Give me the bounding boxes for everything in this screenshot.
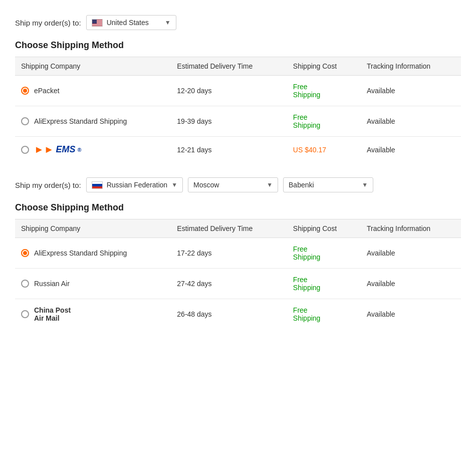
radio-button[interactable] — [21, 310, 29, 318]
chevron-down-icon: ▼ — [165, 19, 171, 26]
tracking-cell: Available — [361, 106, 461, 137]
radio-button[interactable] — [21, 249, 29, 257]
free-shipping-label: FreeShipping — [293, 306, 321, 322]
country-dropdown-1[interactable]: United States ▼ — [86, 15, 176, 30]
col-header-delivery-2: Estimated Delivery Time — [171, 219, 287, 238]
delivery-cell: 27-42 days — [171, 269, 287, 299]
shipping-table-2: Shipping Company Estimated Delivery Time… — [15, 219, 461, 329]
table-row: ►► EMS® 12-21 days US $40.17 Available — [15, 137, 461, 163]
col-header-delivery-1: Estimated Delivery Time — [171, 57, 287, 76]
delivery-cell: 12-20 days — [171, 76, 287, 106]
table-row: AliExpress Standard Shipping 19-39 days … — [15, 106, 461, 137]
company-cell: China Post Air Mail — [15, 299, 171, 330]
cost-cell: FreeShipping — [287, 106, 361, 137]
ship-to-section-2: Ship my order(s) to: Russian Federation … — [15, 177, 461, 329]
ship-to-row-1: Ship my order(s) to: United States ▼ — [15, 15, 461, 30]
cost-cell: FreeShipping — [287, 238, 361, 269]
price-label: US $40.17 — [293, 146, 326, 154]
section-title-2: Choose Shipping Method — [15, 202, 461, 213]
company-name: ePacket — [34, 87, 60, 95]
company-name: China Post Air Mail — [34, 306, 71, 322]
ship-to-row-2: Ship my order(s) to: Russian Federation … — [15, 177, 461, 192]
company-cell: AliExpress Standard Shipping — [15, 106, 171, 137]
cost-cell: US $40.17 — [287, 137, 361, 163]
free-shipping-label: FreeShipping — [293, 113, 321, 129]
district-dropdown[interactable]: Babenki ▼ — [283, 177, 373, 192]
radio-button[interactable] — [21, 87, 29, 95]
chevron-down-icon: ▼ — [362, 181, 368, 188]
us-flag-icon — [92, 19, 103, 27]
table-row: China Post Air Mail 26-48 days FreeShipp… — [15, 299, 461, 330]
tracking-cell: Available — [361, 238, 461, 269]
company-cell: AliExpress Standard Shipping — [15, 238, 171, 269]
company-cell: ePacket — [15, 76, 171, 106]
free-shipping-label: FreeShipping — [293, 83, 321, 99]
ems-logo: ►► EMS® — [34, 144, 82, 155]
tracking-cell: Available — [361, 137, 461, 163]
table-row: ePacket 12-20 days FreeShipping Availabl… — [15, 76, 461, 106]
tracking-cell: Available — [361, 299, 461, 330]
radio-button[interactable] — [21, 146, 29, 154]
free-shipping-label: FreeShipping — [293, 276, 321, 292]
chevron-down-icon: ▼ — [171, 181, 177, 188]
ru-flag-icon — [92, 181, 103, 189]
company-name: AliExpress Standard Shipping — [34, 249, 127, 257]
chevron-down-icon: ▼ — [267, 181, 273, 188]
city-dropdown[interactable]: Moscow ▼ — [188, 177, 278, 192]
col-header-company-2: Shipping Company — [15, 219, 171, 238]
ems-text: EMS — [56, 144, 76, 155]
ship-to-label-2: Ship my order(s) to: — [15, 181, 81, 189]
company-cell: ►► EMS® — [15, 137, 171, 163]
cost-cell: FreeShipping — [287, 299, 361, 330]
table-row: AliExpress Standard Shipping 17-22 days … — [15, 238, 461, 269]
delivery-cell: 12-21 days — [171, 137, 287, 163]
tracking-cell: Available — [361, 269, 461, 299]
radio-button[interactable] — [21, 117, 29, 125]
country-name-2: Russian Federation — [107, 181, 167, 189]
table-row: Russian Air 27-42 days FreeShipping Avai… — [15, 269, 461, 299]
company-name: AliExpress Standard Shipping — [34, 117, 127, 125]
ship-to-section-1: Ship my order(s) to: United States ▼ Cho… — [15, 15, 461, 162]
ems-arrow-icon: ►► — [34, 144, 54, 155]
country-name-1: United States — [107, 19, 149, 27]
tracking-cell: Available — [361, 76, 461, 106]
delivery-cell: 26-48 days — [171, 299, 287, 330]
delivery-cell: 19-39 days — [171, 106, 287, 137]
col-header-company-1: Shipping Company — [15, 57, 171, 76]
col-header-tracking-2: Tracking Information — [361, 219, 461, 238]
cost-cell: FreeShipping — [287, 269, 361, 299]
delivery-cell: 17-22 days — [171, 238, 287, 269]
col-header-cost-1: Shipping Cost — [287, 57, 361, 76]
district-name: Babenki — [289, 181, 314, 189]
free-shipping-label: FreeShipping — [293, 245, 321, 261]
country-dropdown-2[interactable]: Russian Federation ▼ — [86, 177, 183, 192]
shipping-table-1: Shipping Company Estimated Delivery Time… — [15, 57, 461, 162]
company-name: Russian Air — [34, 280, 70, 288]
radio-button[interactable] — [21, 280, 29, 288]
ship-to-label-1: Ship my order(s) to: — [15, 19, 81, 27]
company-cell: Russian Air — [15, 269, 171, 299]
col-header-tracking-1: Tracking Information — [361, 57, 461, 76]
col-header-cost-2: Shipping Cost — [287, 219, 361, 238]
cost-cell: FreeShipping — [287, 76, 361, 106]
section-title-1: Choose Shipping Method — [15, 40, 461, 51]
city-name: Moscow — [193, 181, 219, 189]
